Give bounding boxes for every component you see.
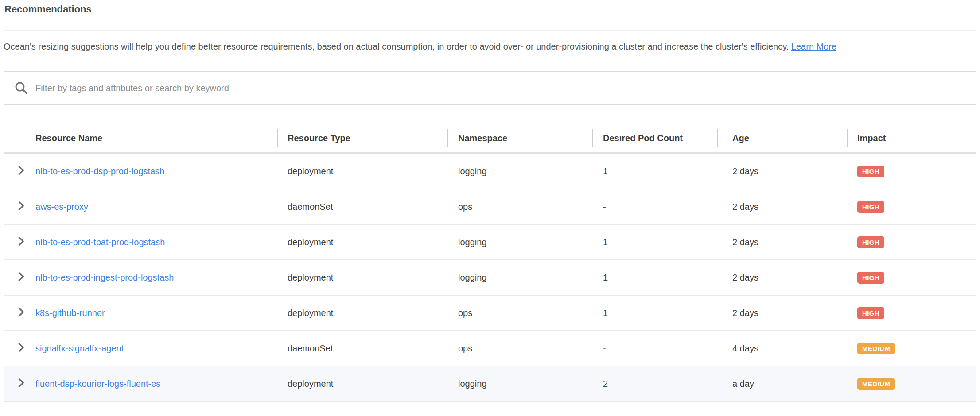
impact-badge: HIGH	[857, 201, 884, 213]
impact-badge: HIGH	[857, 307, 884, 319]
resource-type-cell: deployment	[277, 308, 447, 318]
namespace-cell: logging	[447, 166, 592, 177]
chevron-right-icon[interactable]	[18, 343, 27, 354]
table-row[interactable]: aws-es-proxy daemonSet ops - 2 days HIGH	[4, 189, 976, 225]
column-header-impact: Impact	[847, 133, 976, 143]
recommendations-table: Resource Name Resource Type Namespace De…	[4, 124, 976, 402]
age-cell: 2 days	[717, 308, 847, 318]
title-divider	[4, 30, 976, 31]
pod-count-cell: -	[592, 202, 717, 212]
table-header-row: Resource Name Resource Type Namespace De…	[4, 124, 976, 154]
resource-name-link[interactable]: nlb-to-es-prod-dsp-prod-logstash	[35, 166, 164, 177]
resource-type-cell: deployment	[277, 379, 447, 389]
pod-count-cell: 2	[592, 379, 717, 389]
pod-count-cell: -	[592, 343, 717, 354]
resource-type-cell: deployment	[277, 273, 447, 283]
filter-search-input[interactable]	[35, 72, 976, 104]
age-cell: 2 days	[717, 166, 847, 177]
chevron-right-icon[interactable]	[18, 307, 27, 319]
column-header-age: Age	[717, 133, 847, 143]
namespace-cell: ops	[447, 308, 592, 318]
resource-name-link[interactable]: k8s-github-runner	[35, 308, 105, 318]
chevron-right-icon[interactable]	[18, 166, 27, 177]
impact-badge: MEDIUM	[857, 343, 895, 354]
description-body: Ocean's resizing suggestions will help y…	[4, 42, 789, 51]
table-row[interactable]: fluent-dsp-kourier-logs-fluent-es deploy…	[4, 366, 976, 402]
table-row[interactable]: signalfx-signalfx-agent daemonSet ops - …	[4, 331, 976, 366]
impact-badge: MEDIUM	[857, 378, 895, 390]
namespace-cell: ops	[447, 202, 592, 212]
column-header-resource-name: Resource Name	[4, 133, 277, 143]
namespace-cell: logging	[447, 237, 592, 247]
table-row[interactable]: nlb-to-es-prod-dsp-prod-logstash deploym…	[4, 154, 976, 189]
table-row[interactable]: nlb-to-es-prod-ingest-prod-logstash depl…	[4, 260, 976, 296]
recommendations-page: Recommendations Ocean's resizing suggest…	[0, 0, 980, 416]
impact-badge: HIGH	[857, 272, 884, 284]
resource-name-link[interactable]: signalfx-signalfx-agent	[35, 343, 124, 354]
table-row[interactable]: k8s-github-runner deployment ops 1 2 day…	[4, 296, 976, 331]
age-cell: 2 days	[717, 237, 847, 247]
page-title: Recommendations	[4, 3, 976, 15]
age-cell: a day	[717, 379, 847, 389]
resource-type-cell: daemonSet	[277, 202, 447, 212]
pod-count-cell: 1	[592, 237, 717, 247]
table-body: nlb-to-es-prod-dsp-prod-logstash deploym…	[4, 154, 976, 402]
impact-badge: HIGH	[857, 236, 884, 248]
namespace-cell: logging	[447, 379, 592, 389]
chevron-right-icon[interactable]	[18, 378, 27, 389]
column-header-resource-type: Resource Type	[277, 133, 447, 143]
resource-type-cell: deployment	[277, 237, 447, 247]
filter-search-box[interactable]	[4, 71, 976, 105]
pod-count-cell: 1	[592, 166, 717, 177]
chevron-right-icon[interactable]	[18, 201, 27, 212]
column-header-desired-pod-count: Desired Pod Count	[592, 133, 717, 143]
search-icon	[14, 81, 28, 95]
resource-type-cell: deployment	[277, 166, 447, 177]
namespace-cell: logging	[447, 273, 592, 283]
age-cell: 2 days	[717, 273, 847, 283]
resource-name-link[interactable]: fluent-dsp-kourier-logs-fluent-es	[35, 379, 160, 389]
age-cell: 4 days	[717, 343, 847, 354]
resource-type-cell: daemonSet	[277, 343, 447, 354]
resource-name-link[interactable]: aws-es-proxy	[35, 202, 88, 212]
pod-count-cell: 1	[592, 308, 717, 318]
table-row[interactable]: nlb-to-es-prod-tpat-prod-logstash deploy…	[4, 225, 976, 260]
namespace-cell: ops	[447, 343, 592, 354]
pod-count-cell: 1	[592, 273, 717, 283]
resource-name-link[interactable]: nlb-to-es-prod-ingest-prod-logstash	[35, 273, 174, 283]
chevron-right-icon[interactable]	[18, 272, 27, 283]
age-cell: 2 days	[717, 202, 847, 212]
column-header-namespace: Namespace	[447, 133, 592, 143]
learn-more-link[interactable]: Learn More	[791, 42, 836, 51]
chevron-right-icon[interactable]	[18, 236, 27, 248]
resource-name-link[interactable]: nlb-to-es-prod-tpat-prod-logstash	[35, 237, 165, 247]
description-text: Ocean's resizing suggestions will help y…	[4, 38, 974, 55]
impact-badge: HIGH	[857, 166, 884, 177]
